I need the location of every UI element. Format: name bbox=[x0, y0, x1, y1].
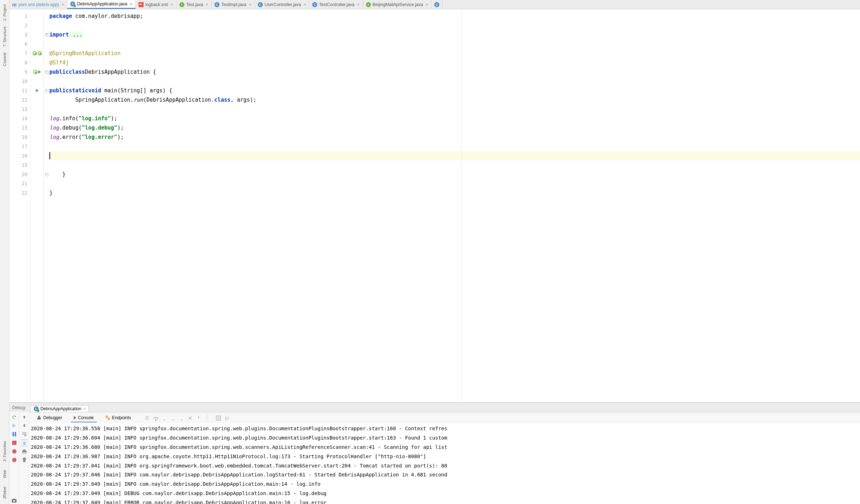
fold-expand-icon[interactable] bbox=[45, 33, 48, 37]
scroll-down-icon[interactable] bbox=[21, 422, 28, 429]
trace-icon[interactable] bbox=[224, 415, 230, 421]
svg-rect-9 bbox=[23, 458, 26, 459]
close-icon[interactable]: × bbox=[206, 2, 208, 7]
class-icon bbox=[214, 2, 219, 7]
run-icon[interactable] bbox=[38, 70, 41, 74]
fold-collapse-icon[interactable] bbox=[45, 173, 48, 176]
editor-tabs: mpom.xml (debris-app)× DebrisAppApplicat… bbox=[9, 0, 860, 9]
stop-icon[interactable] bbox=[11, 439, 18, 446]
step-over-icon[interactable] bbox=[153, 415, 159, 421]
resume-icon[interactable] bbox=[11, 422, 18, 429]
breakpoints-icon[interactable] bbox=[11, 448, 18, 455]
svg-point-12 bbox=[38, 416, 40, 417]
xml-icon: ◂▸ bbox=[139, 2, 144, 7]
tab-testimpl[interactable]: TestImpl.java× bbox=[212, 0, 255, 9]
log-line: 2020-08-24 17:29:36.987 [main] INFO org.… bbox=[31, 452, 859, 461]
console-tab[interactable]: Console bbox=[71, 414, 97, 422]
rail-favorites[interactable]: 2: Favorites bbox=[2, 438, 8, 464]
close-icon[interactable]: × bbox=[83, 406, 86, 411]
svg-rect-4 bbox=[13, 498, 15, 499]
close-icon[interactable]: × bbox=[62, 2, 64, 7]
spring-icon[interactable] bbox=[33, 51, 37, 55]
svg-rect-8 bbox=[23, 452, 26, 454]
close-icon[interactable]: × bbox=[130, 1, 133, 7]
svg-rect-6 bbox=[23, 450, 26, 451]
rail-structure[interactable]: 7: Structure bbox=[2, 24, 8, 50]
class-icon bbox=[258, 2, 263, 7]
scroll-up-icon[interactable] bbox=[21, 413, 28, 421]
soft-wrap-icon[interactable] bbox=[21, 431, 28, 438]
step-into-icon[interactable] bbox=[161, 415, 168, 421]
debug-exec-rail bbox=[9, 412, 19, 504]
endpoints-tab[interactable]: Endpoints bbox=[102, 414, 134, 422]
gutter-icons bbox=[31, 9, 44, 402]
svg-rect-11 bbox=[37, 417, 41, 420]
class-icon bbox=[434, 2, 439, 7]
pause-icon[interactable] bbox=[11, 431, 18, 438]
left-tool-rail: 1: Project 7: Structure Commit 2: Favori… bbox=[0, 0, 9, 504]
svg-point-14 bbox=[108, 418, 110, 420]
svg-point-5 bbox=[13, 500, 15, 502]
debug-run-tab[interactable]: DebrisAppApplication × bbox=[30, 405, 89, 412]
tab-truncated[interactable] bbox=[431, 0, 443, 9]
mute-breakpoints-icon[interactable] bbox=[11, 456, 18, 464]
threads-icon[interactable]: ☰ bbox=[144, 415, 150, 421]
rail-commit[interactable]: Commit bbox=[2, 50, 8, 69]
tab-beijingmall[interactable]: BeijingMallApiService.java× bbox=[363, 0, 431, 9]
log-line: 2020-08-24 17:29:37.049 [main] ERROR com… bbox=[31, 498, 859, 504]
debugger-tab[interactable]: Debugger bbox=[34, 414, 65, 422]
maven-icon: m bbox=[12, 1, 16, 8]
tab-test[interactable]: Test.java× bbox=[177, 0, 212, 9]
code-area[interactable]: package com.naylor.debrisapp; import ...… bbox=[49, 9, 860, 402]
rail-project[interactable]: 1: Project bbox=[2, 1, 8, 24]
evaluate-icon[interactable] bbox=[215, 415, 222, 421]
svg-point-17 bbox=[173, 419, 174, 420]
debug-label: Debug: bbox=[12, 405, 26, 410]
log-line: 2020-08-24 17:29:37.041 [main] INFO org.… bbox=[31, 461, 859, 471]
log-line: 2020-08-24 17:29:36.558 [main] INFO spri… bbox=[31, 424, 859, 433]
console-output[interactable]: 2020-08-24 17:29:36.558 [main] INFO spri… bbox=[29, 423, 860, 504]
fold-collapse-icon[interactable] bbox=[45, 71, 48, 74]
step-out-icon[interactable] bbox=[178, 415, 185, 421]
rail-web[interactable]: Web bbox=[2, 467, 8, 481]
caret bbox=[49, 152, 50, 159]
svg-point-16 bbox=[164, 419, 165, 420]
play-icon bbox=[74, 416, 76, 420]
debug-runconfig-bar: Debug: DebrisAppApplication × bbox=[9, 403, 860, 412]
rerun-icon[interactable] bbox=[11, 413, 18, 421]
close-icon[interactable]: × bbox=[249, 2, 252, 7]
class-icon bbox=[70, 1, 75, 6]
right-margin-line bbox=[461, 9, 462, 402]
drop-frame-icon[interactable] bbox=[187, 415, 193, 421]
trash-icon[interactable] bbox=[21, 456, 28, 464]
log-line: 2020-08-24 17:29:36.604 [main] INFO spri… bbox=[31, 433, 859, 443]
scroll-to-end-icon[interactable] bbox=[21, 439, 28, 446]
interface-icon bbox=[179, 2, 184, 7]
tab-usercontroller[interactable]: UserController.java× bbox=[255, 0, 310, 9]
camera-icon[interactable] bbox=[11, 497, 18, 504]
run-icon[interactable] bbox=[36, 89, 39, 92]
close-icon[interactable]: × bbox=[425, 2, 428, 7]
console-action-rail bbox=[19, 412, 29, 504]
close-icon[interactable]: × bbox=[357, 2, 360, 7]
spring-icon[interactable] bbox=[33, 70, 38, 74]
svg-point-15 bbox=[155, 419, 156, 420]
force-step-into-icon[interactable] bbox=[170, 415, 176, 421]
spring-icon[interactable] bbox=[38, 51, 42, 55]
rail-jrebel[interactable]: JRebel bbox=[2, 484, 8, 502]
tab-debrisapp[interactable]: DebrisAppApplication.java× bbox=[67, 0, 136, 9]
tab-testcontroller[interactable]: TestController.java× bbox=[309, 0, 363, 9]
fold-collapse-icon[interactable] bbox=[45, 89, 48, 92]
print-icon[interactable] bbox=[21, 448, 28, 455]
svg-point-18 bbox=[181, 419, 182, 420]
close-icon[interactable]: × bbox=[304, 2, 306, 7]
run-to-cursor-icon[interactable] bbox=[195, 415, 202, 421]
tab-pom[interactable]: mpom.xml (debris-app)× bbox=[9, 0, 67, 9]
close-icon[interactable]: × bbox=[170, 2, 173, 7]
tab-logback[interactable]: ◂▸logback.xml× bbox=[136, 0, 177, 9]
interface-icon bbox=[366, 2, 371, 7]
editor[interactable]: 1 2 3 6 7 8 9 10 11 12 13 14 15 16 17 18… bbox=[9, 9, 860, 402]
class-icon bbox=[34, 406, 39, 411]
svg-point-0 bbox=[12, 449, 16, 454]
log-line: 2020-08-24 17:29:37.046 [main] INFO com.… bbox=[31, 470, 859, 480]
